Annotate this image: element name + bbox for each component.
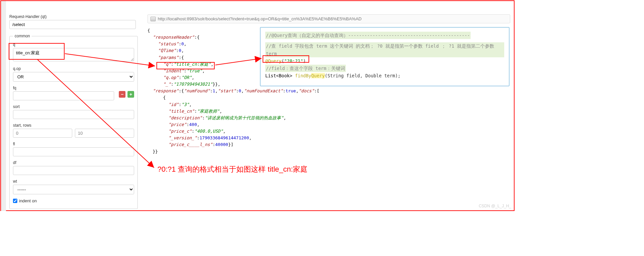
request-handler-label: Request-Handler (qt) (9, 14, 136, 19)
common-legend: common (13, 34, 32, 38)
qop-select[interactable]: OR (13, 72, 134, 82)
url-text: http://localhost:8983/solr/books/select?… (158, 16, 361, 21)
watermark: CSDN @_L_J_H_ (479, 204, 511, 208)
code-signature: (String field, Double term); (325, 73, 401, 78)
url-bar[interactable]: http://localhost:8983/solr/books/select?… (147, 14, 510, 23)
code-comment-3: //field：查这个字段 term：关键词 (265, 65, 346, 72)
code-fn-prefix: findBy (295, 73, 311, 78)
qop-label: q.op (13, 66, 134, 71)
code-fn-highlight: Query (311, 73, 325, 78)
indent-label: indent on (19, 198, 37, 203)
common-fieldset: common q title_cn:家庭 q.op OR fq − + (9, 34, 138, 209)
highlight-q-input (9, 43, 65, 60)
highlight-code-query (263, 55, 309, 63)
indent-checkbox[interactable] (13, 199, 17, 203)
qop-row: q.op OR (13, 66, 134, 82)
code-comment-1: //@Query查询（自定义的半自动查询）-------------------… (265, 32, 471, 39)
indent-row: indent on (13, 198, 134, 203)
wt-row: wt ------ (13, 179, 134, 194)
fq-buttons: − + (119, 91, 134, 98)
startrows-label: start, rows (13, 123, 134, 128)
add-fq-button[interactable]: + (127, 91, 134, 98)
link-icon (150, 17, 156, 21)
rows-input[interactable] (75, 129, 134, 138)
sort-input[interactable] (13, 110, 134, 119)
wt-select[interactable]: ------ (13, 185, 134, 194)
df-row: df (13, 160, 134, 175)
fl-input[interactable] (13, 147, 134, 156)
df-label: df (13, 160, 134, 165)
screenshot-frame: Request-Handler (qt) common q title_cn:家… (0, 0, 515, 211)
sort-row: sort (13, 104, 134, 119)
request-handler-input[interactable] (9, 20, 136, 29)
left-sidebar-stub (1, 1, 6, 211)
request-handler-row: Request-Handler (qt) (9, 14, 136, 29)
sort-label: sort (13, 104, 134, 109)
fl-row: fl (13, 142, 134, 156)
fl-label: fl (13, 142, 134, 146)
start-input[interactable] (13, 129, 72, 138)
annotation-text: ?0:?1 查询的格式相当于如图这样 title_cn:家庭 (157, 164, 308, 174)
fq-input[interactable] (13, 91, 114, 100)
highlight-q-param (156, 62, 215, 69)
startrows-row: start, rows (13, 123, 134, 138)
df-input[interactable] (13, 166, 134, 175)
wt-label: wt (13, 179, 134, 184)
fq-row: fq − + (13, 86, 134, 100)
fq-label: fq (13, 86, 134, 90)
code-return-type: List<Book> (265, 73, 295, 78)
remove-fq-button[interactable]: − (119, 91, 125, 98)
